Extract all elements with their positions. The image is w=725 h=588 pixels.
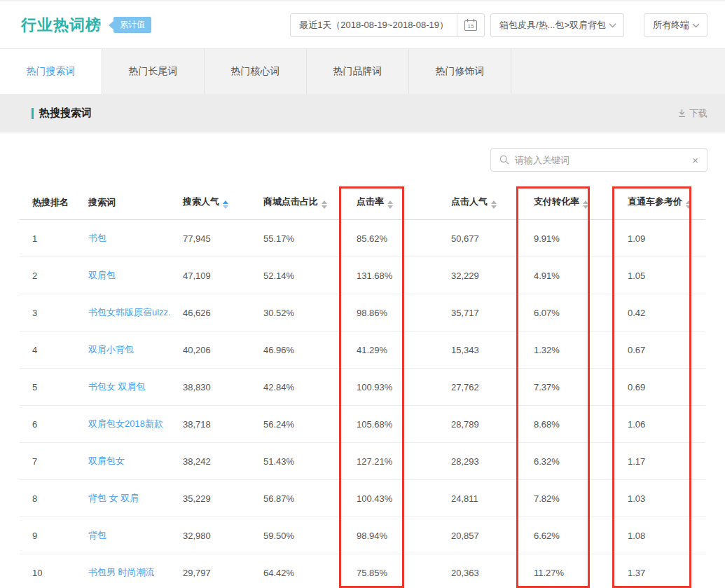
value-cell: 1.03 bbox=[628, 493, 645, 504]
date-range-label: 最近1天（2018-08-19~2018-08-19） bbox=[291, 19, 457, 32]
table-row: 5书包女 双肩包38,83042.84%100.93%27,7627.37%0.… bbox=[20, 369, 705, 406]
tab-label: 热门修饰词 bbox=[436, 65, 485, 78]
rank-cell: 7 bbox=[32, 456, 37, 467]
value-cell: 52.14% bbox=[263, 271, 294, 281]
tab-label: 热门品牌词 bbox=[333, 65, 382, 78]
column-header-8[interactable]: 直通车参考价 bbox=[615, 185, 705, 220]
download-button[interactable]: 下载 bbox=[677, 107, 707, 120]
value-cell: 1.17 bbox=[628, 456, 645, 467]
rank-cell: 10 bbox=[32, 568, 42, 578]
column-header-6[interactable]: 点击人气 bbox=[439, 185, 521, 220]
value-cell: 46,626 bbox=[183, 308, 211, 318]
value-cell: 24,811 bbox=[451, 493, 478, 504]
value-cell: 32,229 bbox=[451, 271, 479, 281]
rank-cell: 2 bbox=[32, 271, 37, 281]
value-cell: 1.09 bbox=[628, 233, 645, 244]
badge-label: 累计值 bbox=[113, 17, 151, 33]
column-header-1: 热搜排名 bbox=[20, 185, 76, 220]
category-label: 箱包皮具/热...包>双肩背包 bbox=[491, 19, 607, 32]
column-header-label: 直通车参考价 bbox=[628, 196, 682, 207]
value-cell: 30.52% bbox=[263, 308, 294, 318]
search-icon bbox=[499, 155, 509, 165]
keyword-link[interactable]: 双肩包女 bbox=[88, 456, 125, 466]
value-cell: 28,293 bbox=[451, 456, 479, 467]
tab-3[interactable]: 热门核心词 bbox=[205, 49, 307, 94]
value-cell: 15,343 bbox=[451, 345, 479, 355]
table-row: 1书包77,94555.17%85.62%50,6779.91%1.09 bbox=[20, 220, 705, 257]
keyword-link[interactable]: 双肩包女2018新款 bbox=[88, 418, 163, 429]
value-cell: 7.82% bbox=[534, 493, 560, 504]
rank-cell: 5 bbox=[32, 382, 37, 392]
tab-1[interactable]: 热门搜索词 bbox=[0, 49, 102, 94]
category-select[interactable]: 箱包皮具/热...包>双肩背包 bbox=[490, 13, 624, 37]
value-cell: 47,109 bbox=[183, 271, 211, 281]
value-cell: 20,363 bbox=[451, 568, 479, 578]
rank-cell: 3 bbox=[32, 308, 37, 318]
value-cell: 75.85% bbox=[357, 568, 387, 578]
keyword-search-input[interactable] bbox=[515, 155, 692, 165]
table-row: 10书包男 时尚潮流29,79764.42%75.85%20,36311.27%… bbox=[20, 554, 705, 588]
clear-search-icon[interactable]: × bbox=[692, 155, 698, 165]
value-cell: 6.32% bbox=[534, 456, 560, 467]
calendar-button[interactable]: 15 bbox=[457, 14, 484, 36]
badge-arrow-icon bbox=[109, 21, 113, 29]
column-header-label: 热搜排名 bbox=[32, 197, 69, 207]
rank-cell: 6 bbox=[32, 419, 37, 430]
sort-icon bbox=[223, 200, 228, 209]
value-cell: 9.91% bbox=[534, 233, 560, 244]
table-row: 8背包 女 双肩35,22956.87%100.43%24,8117.82%1.… bbox=[20, 480, 705, 517]
column-header-label: 商城点击占比 bbox=[263, 196, 318, 207]
keyword-link[interactable]: 书包女韩版原宿ulzz... bbox=[88, 307, 170, 317]
value-cell: 40,206 bbox=[183, 345, 211, 355]
column-header-2: 搜索词 bbox=[76, 185, 170, 220]
column-header-4[interactable]: 商城点击占比 bbox=[251, 185, 344, 220]
download-icon bbox=[677, 109, 686, 118]
rank-cell: 4 bbox=[32, 345, 37, 355]
value-cell: 42.84% bbox=[263, 382, 294, 392]
value-cell: 105.68% bbox=[357, 419, 392, 430]
tab-label: 热门长尾词 bbox=[129, 65, 178, 78]
page-header: 行业热词榜 累计值 最近1天（2018-08-19~2018-08-19） 15… bbox=[0, 1, 725, 49]
terminal-select[interactable]: 所有终端 bbox=[644, 13, 707, 37]
column-header-3[interactable]: 搜索人气 bbox=[170, 185, 251, 220]
sort-icon bbox=[686, 200, 691, 209]
keyword-link[interactable]: 书包 bbox=[88, 233, 106, 243]
value-cell: 6.07% bbox=[534, 308, 560, 318]
column-header-label: 搜索人气 bbox=[183, 196, 219, 207]
column-header-label: 搜索词 bbox=[88, 197, 116, 207]
tab-2[interactable]: 热门长尾词 bbox=[102, 49, 205, 94]
date-range-picker[interactable]: 最近1天（2018-08-19~2018-08-19） 15 bbox=[290, 13, 485, 37]
value-cell: 131.68% bbox=[357, 271, 392, 281]
cumulative-badge: 累计值 bbox=[109, 17, 151, 33]
value-cell: 100.43% bbox=[357, 493, 392, 504]
terminal-label: 所有终端 bbox=[644, 19, 691, 32]
value-cell: 64.42% bbox=[263, 568, 294, 578]
keyword-link[interactable]: 双肩小背包 bbox=[88, 344, 134, 355]
value-cell: 35,717 bbox=[451, 308, 479, 318]
keyword-link[interactable]: 背包 女 双肩 bbox=[88, 493, 139, 503]
keyword-link[interactable]: 背包 bbox=[88, 530, 106, 540]
tab-4[interactable]: 热门品牌词 bbox=[307, 49, 409, 94]
column-header-7[interactable]: 支付转化率 bbox=[521, 185, 615, 220]
column-header-label: 点击人气 bbox=[451, 196, 488, 207]
column-header-5[interactable]: 点击率 bbox=[344, 185, 439, 220]
value-cell: 6.62% bbox=[534, 531, 560, 541]
column-header-label: 点击率 bbox=[357, 196, 384, 207]
tab-5[interactable]: 热门修饰词 bbox=[409, 49, 511, 94]
keyword-link[interactable]: 书包女 双肩包 bbox=[88, 381, 146, 392]
download-label: 下载 bbox=[689, 107, 707, 120]
value-cell: 4.91% bbox=[534, 271, 560, 281]
section-title: 热搜搜索词 bbox=[32, 107, 92, 120]
value-cell: 11.27% bbox=[534, 568, 564, 578]
main-content: × 热搜排名搜索词搜索人气商城点击占比点击率点击人气支付转化率直通车参考价 1书… bbox=[0, 132, 725, 588]
rank-cell: 9 bbox=[32, 531, 37, 541]
value-cell: 1.37 bbox=[628, 568, 645, 578]
keyword-link[interactable]: 双肩包 bbox=[88, 270, 116, 280]
table-row: 9背包32,98059.50%98.94%20,8576.62%1.08 bbox=[20, 517, 705, 554]
value-cell: 28,789 bbox=[451, 419, 479, 430]
table-row: 6双肩包女2018新款38,71856.24%105.68%28,7898.68… bbox=[20, 406, 705, 443]
value-cell: 85.62% bbox=[357, 233, 387, 244]
page-title: 行业热词榜 bbox=[21, 15, 102, 36]
sort-icon bbox=[387, 200, 393, 209]
keyword-link[interactable]: 书包男 时尚潮流 bbox=[88, 567, 155, 577]
